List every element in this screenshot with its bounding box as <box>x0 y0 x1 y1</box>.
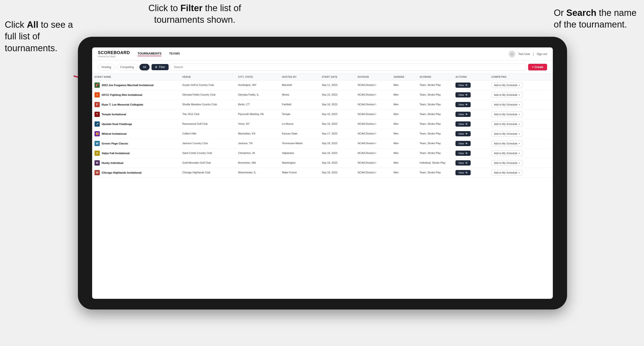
filter-button[interactable]: ⚙ Filter <box>152 64 168 70</box>
city-cell: Huntington, WV <box>236 80 280 90</box>
signout-link[interactable]: Sign out <box>537 52 547 56</box>
event-name-cell: ↗ Upstate Dual Challenge <box>94 121 178 127</box>
scoring-cell: Team, Stroke Play <box>417 110 453 119</box>
plus-icon: + <box>518 93 520 96</box>
division-cell: NCAA Division I <box>355 158 391 168</box>
view-button[interactable]: View 👁 <box>456 83 471 88</box>
th-venue: VENUE <box>180 74 236 80</box>
add-to-schedule-button[interactable]: Add to My Schedule + <box>491 150 523 156</box>
event-name: Husky Individual <box>102 161 123 165</box>
eye-icon: 👁 <box>465 142 468 145</box>
scoring-cell: Team, Stroke Play <box>417 139 453 149</box>
th-competing: COMPETING <box>489 74 553 80</box>
view-button[interactable]: View 👁 <box>456 102 471 107</box>
scoring-cell: Team, Stroke Play <box>417 100 453 110</box>
event-name: Valpo Fall Invitational <box>102 151 130 155</box>
view-label: View <box>458 84 464 87</box>
scoring-cell: Individual, Stroke Play <box>417 158 453 168</box>
view-button[interactable]: View 👁 <box>456 121 471 127</box>
tab-all[interactable]: All <box>140 64 150 70</box>
view-button[interactable]: View 👁 <box>456 141 471 146</box>
view-label: View <box>458 93 464 96</box>
start-date-cell: Sep 17, 2023 <box>320 129 355 139</box>
add-to-schedule-button[interactable]: Add to My Schedule + <box>491 131 523 137</box>
view-label: View <box>458 171 464 174</box>
plus-icon: + <box>518 142 520 145</box>
create-button[interactable]: + Create <box>528 64 547 70</box>
schedule-label: Add to My Schedule <box>494 123 517 126</box>
nav-right: U Test User | Sign out <box>509 51 547 57</box>
th-city: CITY, STATE <box>236 74 280 80</box>
division-cell: NCAA Division I <box>355 168 391 178</box>
tab-competing[interactable]: Competing <box>116 64 138 70</box>
start-date-cell: Sep 16, 2023 <box>320 119 355 129</box>
view-button[interactable]: View 👁 <box>456 170 471 175</box>
competing-cell: Add to My Schedule + <box>489 100 553 110</box>
hosted-cell: Marshall <box>280 80 320 90</box>
scoring-cell: Team, Stroke Play <box>417 149 453 158</box>
view-button[interactable]: View 👁 <box>456 160 471 166</box>
nav-links: TOURNAMENTS TEAMS <box>138 52 509 56</box>
add-to-schedule-button[interactable]: Add to My Schedule + <box>491 121 523 127</box>
add-to-schedule-button[interactable]: Add to My Schedule + <box>491 102 523 107</box>
view-label: View <box>458 103 464 106</box>
logo-sub: Powered by clippd <box>98 55 130 58</box>
user-name: Test User <box>518 52 530 56</box>
add-to-schedule-button[interactable]: Add to My Schedule + <box>491 111 523 117</box>
th-scoring: SCORING <box>417 74 453 80</box>
city-cell: Bremerton, WA <box>236 158 280 168</box>
plus-icon: + <box>518 84 520 87</box>
tablet-screen: SCOREBOARD Powered by clippd TOURNAMENTS… <box>92 47 553 299</box>
eye-icon: 👁 <box>465 93 468 96</box>
scoring-cell: Team, Stroke Play <box>417 168 453 178</box>
table-row: W Grover Page Classic Jackson Country Cl… <box>92 139 553 149</box>
th-actions: ACTIONS <box>453 74 489 80</box>
venue-cell: The 1912 Club <box>180 110 236 119</box>
add-to-schedule-button[interactable]: Add to My Schedule + <box>491 82 523 88</box>
city-cell: Berlin, CT <box>236 100 280 110</box>
city-cell: Manhattan, KS <box>236 129 280 139</box>
start-date-cell: Sep 18, 2023 <box>320 158 355 168</box>
nav-teams[interactable]: TEAMS <box>169 52 180 56</box>
table-row: V Valpo Fall Invitational Sand Creek Cou… <box>92 149 553 158</box>
th-gender: GENDER <box>391 74 417 80</box>
add-to-schedule-button[interactable]: Add to My Schedule + <box>491 170 523 175</box>
competing-cell: Add to My Schedule + <box>489 119 553 129</box>
eye-icon: 👁 <box>465 84 468 87</box>
view-button[interactable]: View 👁 <box>456 112 471 117</box>
city-cell: Olympia Fields, IL <box>236 90 280 100</box>
division-cell: NCAA Division I <box>355 80 391 90</box>
start-date-cell: Sep 16, 2023 <box>320 100 355 110</box>
schedule-label: Add to My Schedule <box>494 162 517 164</box>
hosted-cell: Temple <box>280 110 320 119</box>
schedule-label: Add to My Schedule <box>494 84 517 87</box>
team-logo: W <box>94 160 100 166</box>
venue-cell: Chicago Highlands Club <box>180 168 236 178</box>
tab-hosting[interactable]: Hosting <box>98 64 115 70</box>
competing-cell: Add to My Schedule + <box>489 80 553 90</box>
add-to-schedule-button[interactable]: Add to My Schedule + <box>491 141 523 146</box>
hosted-cell: Valparaiso <box>280 149 320 158</box>
search-input[interactable] <box>170 64 526 71</box>
table-row: 🐱 Wildcat Invitational Colbert Hills Man… <box>92 129 553 139</box>
view-button[interactable]: View 👁 <box>456 131 471 136</box>
team-logo: I <box>94 92 100 97</box>
actions-cell: View 👁 <box>453 80 489 90</box>
eye-icon: 👁 <box>465 171 468 174</box>
th-division: DIVISION <box>355 74 391 80</box>
view-button[interactable]: View 👁 <box>456 92 471 97</box>
scoring-cell: Team, Stroke Play <box>417 129 453 139</box>
gender-cell: Men <box>391 80 417 90</box>
start-date-cell: Sep 18, 2023 <box>320 139 355 149</box>
event-name: OFCC Fighting Illini Invitational <box>102 93 142 97</box>
add-to-schedule-button[interactable]: Add to My Schedule + <box>491 92 523 98</box>
view-button[interactable]: View 👁 <box>456 151 471 156</box>
venue-cell: Olympia Fields Country Club <box>180 90 236 100</box>
venue-cell: Sand Creek Country Club <box>180 149 236 158</box>
hosted-cell: Fairfield <box>280 100 320 110</box>
table-row: W Husky Individual Gold Mountain Golf Cl… <box>92 158 553 168</box>
venue-cell: Guyan Golf & Country Club <box>180 80 236 90</box>
event-name-cell: W Husky Individual <box>94 160 178 166</box>
add-to-schedule-button[interactable]: Add to My Schedule + <box>491 160 523 166</box>
nav-tournaments[interactable]: TOURNAMENTS <box>138 52 162 56</box>
